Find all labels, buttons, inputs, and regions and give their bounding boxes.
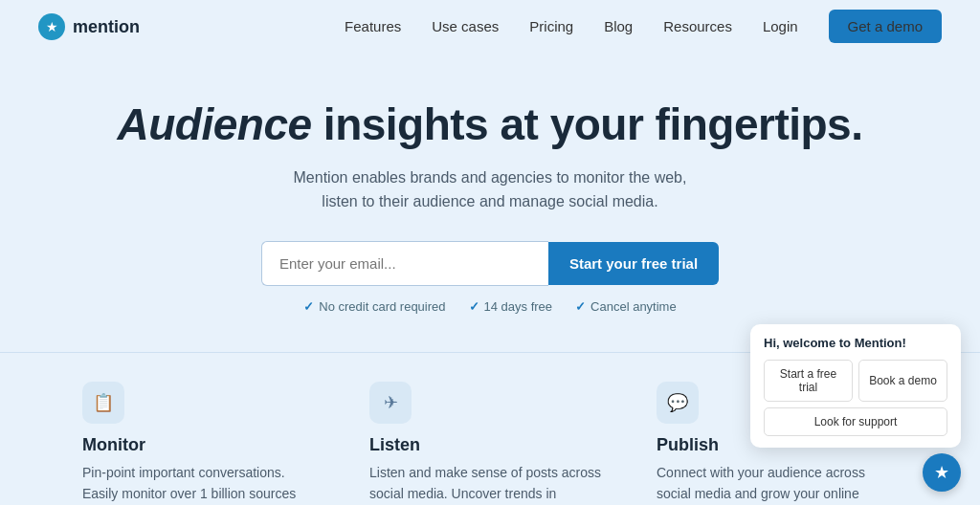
check-icon-1: ✓ [469,299,479,314]
cta-row: Start your free trial [261,241,719,286]
trust-badge-0: ✓ No credit card required [303,299,445,314]
navbar: ★ mention Features Use cases Pricing Blo… [0,0,980,54]
chat-btn-row-1: Start a free trial Book a demo [764,360,947,402]
logo-text: mention [73,17,140,37]
hero-title-rest: insights at your fingertips. [312,99,863,149]
chat-btn-support[interactable]: Look for support [764,407,947,436]
chat-fab-icon: ★ [934,462,949,483]
check-icon-0: ✓ [303,299,314,314]
nav-features[interactable]: Features [345,18,401,34]
check-icon-2: ✓ [575,299,586,314]
feature-listen: ✈ Listen Listen and make sense of posts … [346,382,634,505]
nav-resources[interactable]: Resources [663,18,732,34]
chat-widget: Hi, welcome to Mention! Start a free tri… [750,324,961,448]
trust-badge-1: ✓ 14 days free [469,299,553,314]
trust-badge-2: ✓ Cancel anytime [575,299,677,314]
publish-desc: Connect with your audience across social… [657,463,898,505]
feature-monitor: 📋 Monitor Pin-point important conversati… [59,382,346,505]
logo-icon: ★ [38,13,65,40]
chat-fab-button[interactable]: ★ [923,453,961,492]
trust-text-2: Cancel anytime [590,299,677,314]
trust-text-1: 14 days free [484,299,553,314]
nav-pricing[interactable]: Pricing [529,18,573,34]
logo-link[interactable]: ★ mention [38,13,140,40]
chat-btn-trial[interactable]: Start a free trial [764,360,853,402]
hero-subtitle: Mention enables brands and agencies to m… [279,165,701,214]
trust-text-0: No credit card required [319,299,445,314]
nav-use-cases[interactable]: Use cases [432,18,499,34]
email-input[interactable] [261,241,548,286]
listen-title: Listen [369,435,611,455]
nav-links: Features Use cases Pricing Blog Resource… [345,18,942,35]
chat-greeting: Hi, welcome to Mention! [764,336,947,350]
chat-buttons: Start a free trial Book a demo Look for … [764,360,947,436]
hero-title: Audience insights at your fingertips. [118,99,863,150]
listen-icon: ✈ [369,382,412,424]
listen-desc: Listen and make sense of posts across so… [369,463,611,504]
hero-title-italic: Audience [118,99,312,149]
nav-login[interactable]: Login [763,18,798,34]
monitor-desc: Pin-point important conversations. Easil… [82,463,323,505]
hero-section: Audience insights at your fingertips. Me… [0,54,980,342]
monitor-icon: 📋 [82,382,124,424]
start-trial-button[interactable]: Start your free trial [548,242,719,285]
trust-badges: ✓ No credit card required ✓ 14 days free… [303,299,676,314]
monitor-title: Monitor [82,435,323,455]
chat-btn-demo[interactable]: Book a demo [858,360,947,402]
publish-icon: 💬 [657,382,699,424]
get-demo-button[interactable]: Get a demo [829,10,942,43]
nav-blog[interactable]: Blog [604,18,633,34]
